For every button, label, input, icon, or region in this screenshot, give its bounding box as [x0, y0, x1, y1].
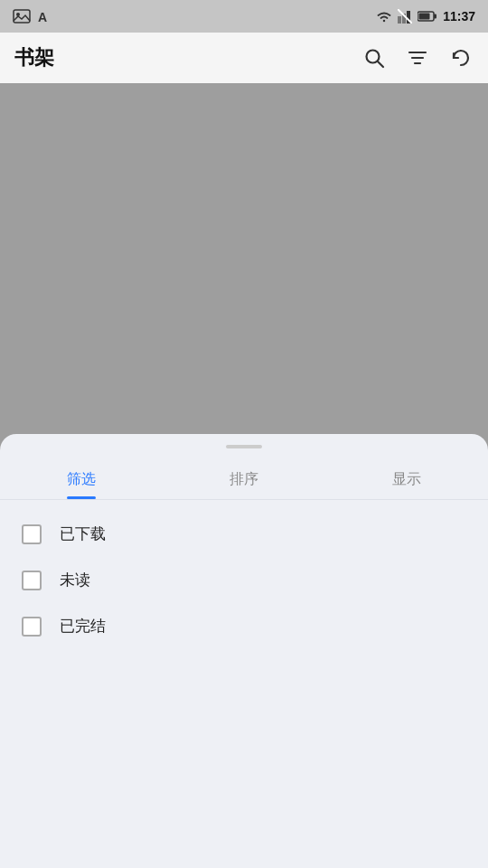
- svg-rect-9: [419, 14, 430, 20]
- drag-handle: [226, 445, 262, 448]
- filter-label-downloaded: 已下载: [60, 524, 106, 544]
- svg-rect-0: [14, 10, 30, 23]
- tabs-bar: 筛选 排序 显示: [0, 459, 488, 500]
- search-button[interactable]: [361, 45, 387, 71]
- svg-text:A: A: [38, 10, 47, 24]
- filter-label-unread: 未读: [60, 570, 90, 590]
- drag-area: [0, 434, 488, 459]
- filter-item-downloaded[interactable]: 已下载: [0, 511, 488, 557]
- status-left-icons: A: [13, 9, 54, 24]
- filter-label-finished: 已完结: [60, 616, 106, 637]
- filter-button[interactable]: [405, 45, 430, 71]
- status-right-icons: 11:37: [376, 9, 475, 24]
- app-title: 书架: [14, 44, 54, 71]
- font-icon: A: [36, 9, 54, 24]
- image-icon: [13, 9, 31, 24]
- checkbox-downloaded[interactable]: [22, 524, 42, 544]
- app-bar-actions: [361, 45, 474, 71]
- refresh-button[interactable]: [448, 45, 474, 71]
- checkbox-unread[interactable]: [22, 571, 42, 590]
- tab-sort[interactable]: 排序: [163, 459, 325, 499]
- battery-icon: [418, 10, 437, 23]
- tab-filter[interactable]: 筛选: [0, 459, 163, 499]
- status-bar: A 11:37: [0, 0, 488, 33]
- wifi-icon: [376, 9, 392, 24]
- svg-rect-8: [434, 14, 436, 19]
- app-bar: 书架: [0, 33, 488, 83]
- checkbox-finished[interactable]: [22, 617, 42, 637]
- signal-icon: [398, 9, 412, 24]
- tab-display[interactable]: 显示: [325, 459, 488, 499]
- bottom-sheet: 筛选 排序 显示 已下载 未读 已完结: [0, 434, 488, 868]
- main-content: [0, 83, 488, 434]
- filter-item-unread[interactable]: 未读: [0, 557, 488, 603]
- filter-list: 已下载 未读 已完结: [0, 504, 488, 656]
- filter-item-finished[interactable]: 已完结: [0, 603, 488, 649]
- svg-rect-3: [398, 16, 401, 24]
- svg-line-11: [378, 61, 383, 67]
- time-display: 11:37: [443, 9, 475, 24]
